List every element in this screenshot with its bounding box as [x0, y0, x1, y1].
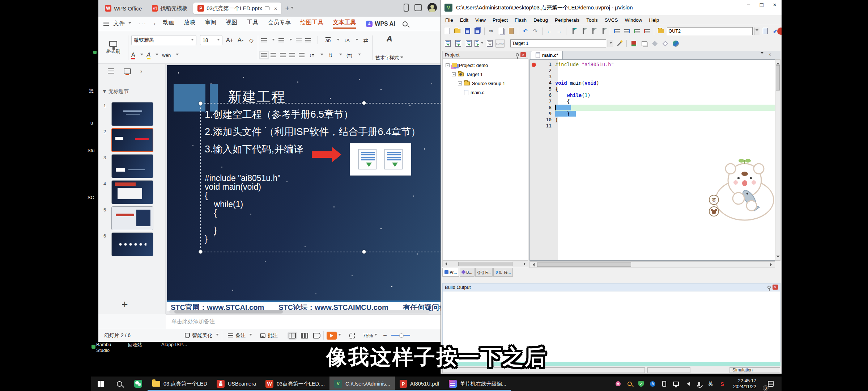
play-options-chevron[interactable] [338, 334, 341, 337]
tree-item-target-1[interactable]: −Target 1 [452, 71, 483, 78]
zoom-level[interactable]: 75% [363, 333, 373, 339]
window-layout-icon[interactable] [640, 39, 649, 48]
menu-item-会员专享[interactable]: 会员专享 [268, 19, 291, 29]
batch-build-icon[interactable] [475, 39, 484, 48]
save-all-icon[interactable] [473, 27, 482, 35]
scroll-right-icon[interactable] [524, 262, 527, 266]
expander-icon[interactable]: − [446, 63, 450, 67]
code-line-4[interactable]: 4void main(void) [530, 80, 775, 86]
slide-thumbnail-3[interactable] [111, 154, 153, 178]
taskbar-search-button[interactable] [110, 377, 129, 391]
code-line-5[interactable]: 5{ [530, 86, 775, 92]
tab-list-chevron[interactable] [761, 52, 763, 55]
tray-flower-icon[interactable] [614, 380, 622, 387]
search-combo-dropdown[interactable] [754, 28, 760, 35]
comments-button[interactable]: 批注 [260, 332, 278, 339]
taskbar-clock[interactable]: 22:45:17 2024/11/22 [730, 378, 759, 390]
thumbnail-view-icon[interactable] [124, 68, 131, 74]
taskbar-pdf-item[interactable]: PAI8051U.pdf [395, 377, 444, 391]
options-for-target-icon[interactable] [615, 39, 624, 48]
zoom-slider[interactable] [391, 335, 410, 336]
paste-icon[interactable] [507, 27, 516, 35]
wordart-style-button[interactable]: A 艺术字样式 [375, 33, 403, 62]
find-in-files-icon[interactable] [657, 27, 665, 35]
menu-item-放映[interactable]: 放映 [184, 19, 195, 29]
notification-center-button[interactable]: 3 [763, 381, 778, 387]
line-spacing-button[interactable]: ↕≡ [308, 52, 315, 58]
shrink-font-button[interactable]: A- [237, 37, 244, 43]
keil-menu-project[interactable]: Project [493, 17, 508, 23]
panel-tab-Pr[interactable]: Pr... [442, 268, 459, 277]
input-language-indicator[interactable]: 英 [707, 380, 714, 387]
close-panel-icon[interactable]: × [773, 285, 778, 290]
resize-handle[interactable] [362, 250, 366, 254]
panel-tab-F[interactable]: {}{} F... [475, 268, 493, 277]
pin-icon[interactable] [516, 53, 519, 56]
add-slide-button[interactable]: + [122, 298, 128, 311]
keil-menu-debug[interactable]: Debug [533, 17, 548, 23]
taskbar-mcu-tool-item[interactable]: 单片机在线升级编... [444, 377, 511, 391]
tree-item-main-c[interactable]: main.c [464, 89, 484, 96]
sogou-input-icon[interactable]: S [719, 380, 726, 387]
taskbar-wechat-button[interactable] [129, 377, 148, 391]
increase-indent-button[interactable] [305, 38, 311, 42]
menu-item-审阅[interactable]: 审阅 [205, 19, 216, 29]
keil-menu-help[interactable]: Help [649, 17, 659, 23]
previous-bookmark-icon[interactable] [579, 27, 588, 35]
tree-item-project-demo[interactable]: −Project: demo [446, 62, 488, 69]
desktop-icon-label[interactable]: SC [88, 195, 94, 200]
code-line-8[interactable]: 8 [530, 105, 775, 111]
bullet-list-button[interactable] [261, 38, 267, 42]
code-line-9[interactable]: 9 } [530, 111, 775, 117]
text-direction-button[interactable]: ↓A [343, 38, 350, 43]
navigate-back-icon[interactable]: ← [545, 27, 554, 35]
file-menu[interactable]: 文件 [103, 20, 131, 28]
normal-view-button[interactable] [289, 333, 296, 339]
build-icon[interactable] [454, 39, 463, 48]
present-screen-icon[interactable] [265, 7, 269, 10]
menu-scroll-left-icon[interactable]: ‹ [154, 21, 156, 27]
distribute-button[interactable] [299, 53, 305, 57]
decrease-indent-button[interactable] [296, 38, 302, 42]
redo-icon[interactable]: ↷ [531, 27, 540, 35]
zoom-out-button[interactable]: − [383, 332, 387, 339]
navigate-forward-icon[interactable]: → [555, 27, 563, 35]
align-left-button[interactable] [261, 53, 267, 57]
highlight-color-button[interactable]: A [147, 52, 151, 58]
collapse-panel-icon[interactable]: › [140, 68, 142, 75]
font-name-select[interactable]: 微软雅黑 [131, 35, 196, 45]
outline-view-icon[interactable] [108, 68, 114, 74]
save-icon[interactable] [463, 27, 472, 35]
keil-title-bar[interactable]: V C:\Users\Administrator\Desktop\03.点亮第一… [441, 0, 782, 15]
stop-build-icon[interactable] [485, 39, 494, 48]
integration-icon[interactable] [414, 4, 422, 11]
bluetooth-icon[interactable]: b [649, 380, 656, 387]
more-menu-button[interactable]: ··· [139, 21, 146, 27]
keil-menu-window[interactable]: Window [625, 17, 642, 23]
tray-security-icon[interactable]: ✓ [638, 380, 645, 387]
taskbar-wps-item[interactable]: W03点亮第一个LED.... [261, 377, 329, 391]
project-horizontal-scrollbar[interactable] [442, 261, 528, 267]
start-button[interactable] [91, 377, 110, 391]
toggle-bookmark-icon[interactable] [569, 27, 578, 35]
cut-icon[interactable]: ✂ [487, 27, 496, 35]
clear-bookmarks-icon[interactable] [599, 27, 608, 35]
rebuild-all-icon[interactable] [464, 39, 473, 48]
numbered-list-button[interactable] [278, 38, 284, 42]
slide-thumbnail-5[interactable] [111, 206, 153, 230]
wps-tab-ppt[interactable]: P03点亮第一个LED.pptx× [193, 3, 281, 14]
keil-menu-edit[interactable]: Edit [460, 17, 468, 23]
menu-item-视图[interactable]: 视图 [226, 19, 237, 29]
tab-list-chevron[interactable] [291, 7, 294, 10]
resize-handle[interactable] [362, 101, 366, 105]
start-debug-icon[interactable] [629, 39, 638, 48]
insert-breakpoint-icon[interactable] [650, 39, 659, 48]
uncomment-selection-icon[interactable] [643, 27, 651, 35]
code-line-2[interactable]: 2 [530, 68, 775, 74]
slide-thumbnail-1[interactable] [111, 102, 153, 126]
usb-device-icon[interactable] [661, 380, 668, 387]
target-select-combo[interactable]: Target 1 [510, 39, 606, 47]
mobile-sync-icon[interactable] [404, 4, 409, 12]
next-bookmark-icon[interactable] [589, 27, 597, 35]
close-tab-icon[interactable]: × [274, 5, 277, 12]
